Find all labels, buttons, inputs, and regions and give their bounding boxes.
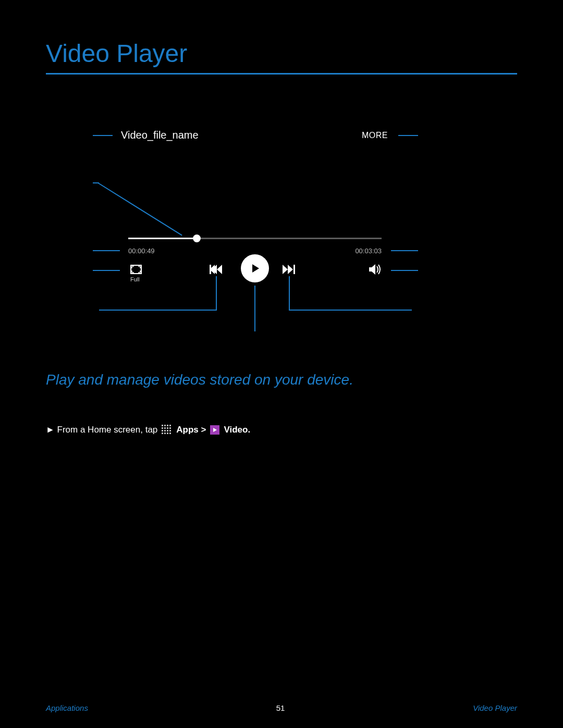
video-app-icon: [210, 425, 219, 435]
svg-marker-5: [252, 264, 259, 273]
footer-right: Video Player: [473, 704, 517, 712]
footer-page-number: 51: [276, 704, 285, 712]
volume-icon[interactable]: [369, 264, 382, 277]
svg-marker-10: [213, 428, 217, 432]
video-file-name-label: Video_file_name: [121, 129, 199, 141]
previous-track-icon[interactable]: [210, 265, 222, 276]
page-footer: Applications 51 Video Player: [46, 704, 517, 712]
footer-left: Applications: [46, 704, 88, 712]
svg-marker-4: [217, 265, 222, 274]
play-icon: [249, 263, 261, 274]
svg-rect-8: [293, 265, 295, 274]
title-rule: [46, 73, 517, 75]
callout-line: [254, 286, 255, 331]
callout-line: [93, 250, 120, 251]
instruction-line: ► From a Home screen, tap Apps > Video.: [46, 425, 250, 435]
callout-line: [93, 270, 120, 271]
progress-fill: [128, 238, 197, 239]
progress-thumb[interactable]: [193, 235, 201, 242]
callout-line: [289, 310, 412, 311]
next-track-icon[interactable]: [283, 265, 295, 276]
fullscreen-icon[interactable]: [130, 265, 142, 274]
progress-bar[interactable]: [128, 238, 382, 239]
instruction-prefix: ► From a Home screen, tap: [46, 425, 157, 435]
callout-line: [99, 310, 217, 311]
more-button[interactable]: MORE: [362, 131, 388, 140]
svg-marker-6: [283, 265, 288, 274]
time-total: 00:03:03: [355, 247, 382, 255]
page-title: Video Player: [46, 39, 187, 68]
svg-marker-7: [288, 265, 293, 274]
video-player-screenshot: Video_file_name MORE 00:00:49 00:03:03 F…: [116, 124, 394, 285]
callout-line: [289, 276, 290, 311]
apps-grid-icon: [162, 425, 172, 435]
apps-label: Apps >: [176, 425, 206, 435]
video-label: Video.: [224, 425, 250, 435]
callout-line: [216, 276, 217, 311]
play-button[interactable]: [241, 254, 269, 282]
time-current: 00:00:49: [128, 247, 155, 255]
page-subtitle: Play and manage videos stored on your de…: [46, 370, 353, 390]
fullscreen-label: Full: [130, 276, 140, 282]
callout-line: [93, 135, 113, 136]
callout-line: [398, 135, 418, 136]
svg-marker-9: [369, 264, 375, 275]
callout-line: [391, 250, 418, 251]
callout-line: [391, 270, 418, 271]
